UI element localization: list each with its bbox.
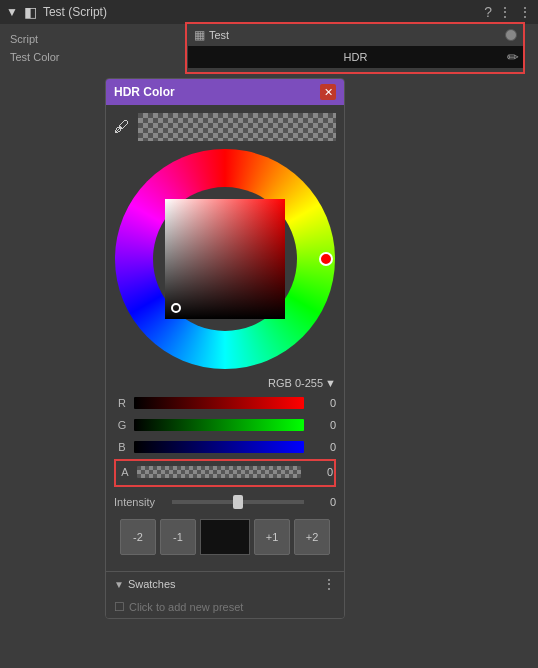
dialog-close-button[interactable]: ✕	[320, 84, 336, 100]
rgb-mode-text: RGB 0-255	[268, 377, 323, 389]
hdr-color-row[interactable]: HDR ✏	[188, 46, 523, 68]
rgb-mode-row: RGB 0-255 ▼	[114, 377, 336, 389]
help-icon[interactable]: ?	[484, 4, 492, 20]
intensity-label: Intensity	[114, 496, 168, 508]
dialog-body: 🖋 RGB 0-255 ▼ R 0 G	[106, 105, 344, 571]
swatches-section: ▼ Swatches ⋮ ☐ Click to add new preset	[106, 571, 344, 618]
channel-slider-a[interactable]	[137, 466, 301, 478]
intensity-slider[interactable]	[172, 500, 304, 504]
top-bar-title: Test (Script)	[43, 5, 478, 19]
exposure-minus1[interactable]: -1	[160, 519, 196, 555]
script-label: Script	[10, 33, 90, 45]
dialog-header: HDR Color ✕	[106, 79, 344, 105]
rgb-mode-label[interactable]: RGB 0-255 ▼	[268, 377, 336, 389]
hdr-color-dialog: HDR Color ✕ 🖋 RGB 0-255 ▼ R	[105, 78, 345, 619]
intensity-thumb	[233, 495, 243, 509]
channel-value-b[interactable]: 0	[308, 441, 336, 453]
add-preset-text: Click to add new preset	[129, 601, 243, 613]
test-circle[interactable]	[505, 29, 517, 41]
test-icon: ▦	[194, 28, 205, 42]
hdr-text: HDR	[344, 51, 368, 63]
swatches-header: ▼ Swatches ⋮	[106, 572, 344, 596]
channel-label-g: G	[114, 419, 130, 431]
alpha-row-wrapper: A 0	[114, 459, 336, 487]
swatches-add-row[interactable]: ☐ Click to add new preset	[106, 596, 344, 618]
channel-value-a[interactable]: 0	[305, 466, 333, 478]
channel-label-b: B	[114, 441, 130, 453]
top-bar-app-icon: ◧	[24, 4, 37, 20]
top-bar-actions: ? ⋮ ⋮	[484, 4, 532, 20]
settings-icon[interactable]: ⋮	[498, 4, 512, 20]
eyedropper-icon[interactable]: 🖋	[114, 118, 130, 136]
square-handle[interactable]	[171, 303, 181, 313]
more-icon[interactable]: ⋮	[518, 4, 532, 20]
swatches-title: Swatches	[128, 578, 176, 590]
top-bar-menu-icon: ▼	[6, 5, 18, 19]
channel-row-b: B 0	[114, 437, 336, 457]
exposure-plus2[interactable]: +2	[294, 519, 330, 555]
channel-row-g: G 0	[114, 415, 336, 435]
exposure-minus2[interactable]: -2	[120, 519, 156, 555]
wheel-handle[interactable]	[319, 252, 333, 266]
dialog-title: HDR Color	[114, 85, 175, 99]
channel-row-a: A 0	[117, 462, 333, 482]
swatches-arrow: ▼	[114, 579, 124, 590]
intensity-row: Intensity 0	[114, 491, 336, 513]
channel-slider-r[interactable]	[134, 397, 304, 409]
exposure-plus1[interactable]: +1	[254, 519, 290, 555]
preview-row: 🖋	[114, 113, 336, 141]
channel-label-a: A	[117, 466, 133, 478]
exposure-row: -2 -1 +1 +2	[114, 519, 336, 555]
edit-icon[interactable]: ✏	[507, 49, 519, 65]
swatches-title-row[interactable]: ▼ Swatches	[114, 578, 176, 590]
exposure-preview	[200, 519, 250, 555]
top-bar: ▼ ◧ Test (Script) ? ⋮ ⋮	[0, 0, 538, 24]
test-label-text: Test	[209, 29, 229, 41]
test-color-row: Test Color	[0, 46, 188, 68]
color-wheel-container[interactable]	[115, 149, 335, 369]
channel-label-r: R	[114, 397, 130, 409]
swatches-menu-icon[interactable]: ⋮	[322, 576, 336, 592]
add-preset-icon: ☐	[114, 600, 125, 614]
rgb-mode-dropdown-icon[interactable]: ▼	[325, 377, 336, 389]
channel-value-r[interactable]: 0	[308, 397, 336, 409]
channel-slider-g[interactable]	[134, 419, 304, 431]
color-square[interactable]	[165, 199, 285, 319]
channel-row-r: R 0	[114, 393, 336, 413]
test-color-label: Test Color	[10, 51, 90, 63]
channel-slider-b[interactable]	[134, 441, 304, 453]
intensity-value[interactable]: 0	[308, 496, 336, 508]
channel-value-g[interactable]: 0	[308, 419, 336, 431]
color-preview-box	[138, 113, 336, 141]
test-label-area: ▦ Test	[188, 24, 523, 46]
